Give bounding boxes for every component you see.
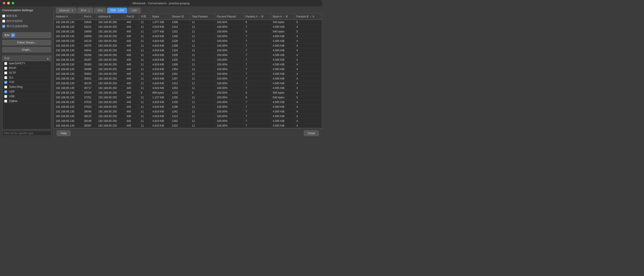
table-row[interactable]: 192.168.85.13038199192.168.85.250445114.… [54,119,322,123]
table-cell: 7 [244,123,271,128]
tab-ipv4[interactable]: IPv4 · 1 [77,8,93,13]
table-cell: 192.168.85.130 [54,86,82,90]
protocol-token-ring-label: Token-Ring [9,85,22,88]
col-packets-ab[interactable]: Packets A → B [244,14,271,20]
tab-udp[interactable]: UDP [128,8,140,13]
col-bytes[interactable]: Bytes [150,14,170,20]
help-button[interactable]: Help [57,130,70,136]
abs-time-checkbox[interactable] [2,20,5,23]
table-row[interactable]: 192.168.85.13037070192.168.85.2504459899… [54,90,322,95]
close-window-btn[interactable] [3,2,5,5]
table-row[interactable]: 192.168.85.13035931192.168.85.250445114.… [54,76,322,81]
table-row[interactable]: 192.168.85.13035287192.168.85.250445114.… [54,58,322,62]
protocol-item-usb[interactable]: USB [2,94,51,99]
table-cell: 445 [125,76,139,81]
protocol-udp-checkbox[interactable] [4,90,7,93]
table-cell: 4 [294,58,322,62]
protocol-item-rsvp[interactable]: RSVP [2,66,51,71]
tab-ethernet[interactable]: Ethernet · 1 [56,8,76,13]
protocol-sort-icon: ▲ [46,57,49,60]
protocol-udp-label: UDP [9,90,14,93]
table-row[interactable]: 192.168.85.13035853192.168.85.250445114.… [54,72,322,76]
table-cell: 1326 [170,53,190,58]
tab-ipv6[interactable]: IPv6 [94,8,106,13]
table-row[interactable]: 192.168.85.13037915192.168.85.250445114.… [54,100,322,105]
table-row[interactable]: 192.168.85.13033859192.168.85.250445111.… [54,29,322,34]
table-cell: 4 [294,100,322,105]
minimize-window-btn[interactable] [7,2,10,5]
col-packets-ba[interactable]: Packets B → A [294,14,322,20]
table-row[interactable]: 192.168.85.13035303192.168.85.250445114.… [54,62,322,67]
table-row[interactable]: 192.168.85.13037923192.168.85.250445114.… [54,105,322,109]
table-row[interactable]: 192.168.85.13038045192.168.85.250445114.… [54,109,322,114]
protocol-usb-checkbox[interactable] [4,95,7,98]
table-cell: 192.168.85.130 [54,76,82,81]
table-row[interactable]: 192.168.85.13036135192.168.85.250445114.… [54,81,322,86]
table-row[interactable]: 192.168.85.13034375192.168.85.250445114.… [54,44,322,48]
col-port-b[interactable]: Port B [125,14,139,20]
table-row[interactable]: 192.168.85.13033231192.168.85.250445114.… [54,25,322,29]
table-cell: 4 [294,44,322,48]
table-row[interactable]: 192.168.85.13038123192.168.85.250445114.… [54,114,322,119]
protocol-tcp-checkbox[interactable] [4,81,7,84]
table-cell: 1331 [170,29,190,34]
protocol-sll-checkbox[interactable] [4,76,7,79]
col-stream-id[interactable]: Stream ID [170,14,190,20]
col-total-packets[interactable]: Total Packets [190,14,215,20]
show-filter-checkbox[interactable] [2,25,5,28]
col-bytes-ab[interactable]: Bytes A → B [271,14,294,20]
table-row[interactable]: 192.168.85.13037251192.168.85.250445111.… [54,95,322,100]
maximize-window-btn[interactable] [12,2,14,5]
protocol-list[interactable]: openSAFETY RSVP SCTP SLL TCP [2,61,51,129]
table-cell: 7 [244,86,271,90]
table-cell: 100.00% [215,20,244,25]
table-row[interactable]: 192.168.85.13035485192.168.85.250445114.… [54,67,322,72]
follow-stream-button[interactable]: Follow Stream... [2,40,51,45]
protocol-filter-input[interactable] [2,131,51,136]
table-cell: 33859 [82,34,96,39]
protocol-opensafety-checkbox[interactable] [4,62,7,65]
table-row[interactable]: 192.168.85.13033859192.168.85.250445114.… [54,34,322,39]
table-cell: 11 [190,123,215,128]
table-cell: 1312 [170,81,190,86]
copy-dropdown-arrow[interactable]: ▼ [11,33,15,37]
protocol-item-zigbee[interactable]: ZigBee [2,99,51,103]
col-address-b[interactable]: Address B [96,14,125,20]
table-cell: 11 [139,123,150,128]
table-row[interactable]: 192.168.85.13038387192.168.85.250445114.… [54,123,322,128]
table-row[interactable]: 192.168.85.13032833192.168.85.250445111.… [54,20,322,25]
graph-button[interactable]: Graph... [2,47,51,52]
protocol-item-tcp[interactable]: TCP [2,80,51,85]
table-row[interactable]: 192.168.85.13034119192.168.85.250445114.… [54,39,322,44]
table-row[interactable]: 192.168.85.13034841192.168.85.250445114.… [54,48,322,53]
table-cell: 4.819 KiB [150,81,170,86]
conversations-table-container[interactable]: Address A ↑ Port A Address B Port B 分组 B… [54,13,322,128]
col-fenzu[interactable]: 分组 [139,14,150,20]
table-cell: 11 [139,44,150,48]
protocol-item-token-ring[interactable]: Token-Ring [2,85,51,89]
parse-name-checkbox[interactable] [2,15,5,18]
protocol-item-sll[interactable]: SLL [2,75,51,80]
close-button[interactable]: Close [304,130,319,136]
protocol-rsvp-checkbox[interactable] [4,67,7,70]
col-percent-filtered[interactable]: Percent Filtered [215,14,244,20]
table-row[interactable]: 192.168.85.13035269192.168.85.250445114.… [54,53,322,58]
protocol-zigbee-checkbox[interactable] [4,100,7,103]
table-cell: 11 [139,72,150,76]
protocol-item-sctp[interactable]: SCTP [2,71,51,75]
copy-dropdown[interactable]: 复制 ▼ [2,32,51,38]
col-address-a[interactable]: Address A ↑ [54,14,82,20]
table-cell: 1324 [170,48,190,53]
col-port-a[interactable]: Port A [82,14,96,20]
protocol-item-udp[interactable]: UDP [2,89,51,94]
table-cell: 4 [294,114,322,119]
protocol-token-ring-checkbox[interactable] [4,86,7,88]
protocol-item-opensafety[interactable]: openSAFETY [2,61,51,66]
table-cell: 100.00% [215,67,244,72]
tab-tcp[interactable]: TCP · 1370 [107,8,127,13]
table-row[interactable]: 192.168.85.13036717192.168.85.250445114.… [54,86,322,90]
protocol-sctp-checkbox[interactable] [4,71,7,74]
table-cell: 4.819 KiB [150,25,170,29]
table-cell: 192.168.85.130 [54,119,82,123]
table-cell: 100.00% [215,119,244,123]
